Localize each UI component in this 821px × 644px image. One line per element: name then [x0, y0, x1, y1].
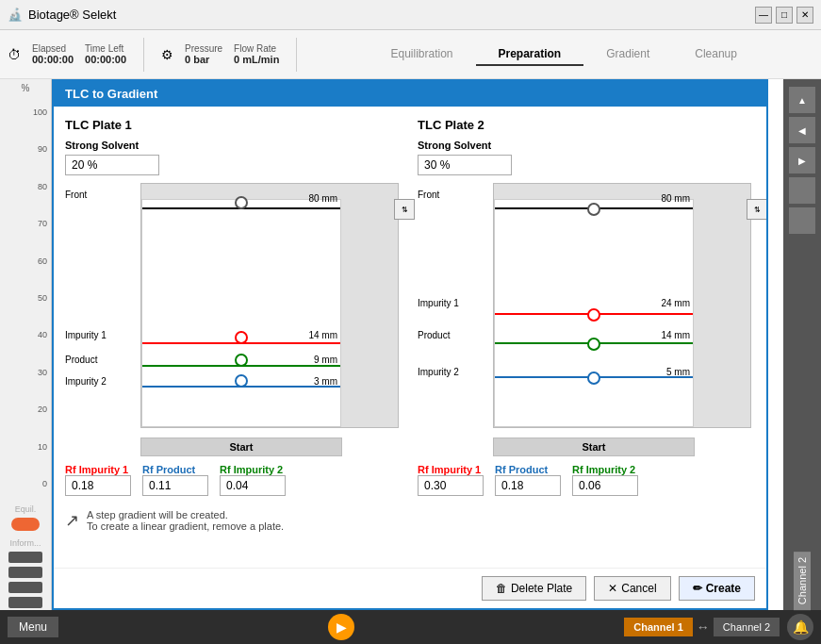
- create-icon: ✏: [693, 582, 702, 595]
- plate1-rf-row: Rf Impurity 1 Rf Product Rf Impurity 2: [65, 464, 402, 496]
- divider-1: [143, 38, 144, 72]
- tlc-gradient-dialog: TLC to Gradient TLC Plate 1 Strong Solve…: [52, 79, 768, 610]
- equil-label: Equil.: [13, 503, 39, 516]
- tab-equilibration[interactable]: Equilibration: [368, 43, 475, 66]
- plate1-imp2-mm: 3 mm: [314, 376, 337, 387]
- plate1-impurity1-line: [142, 342, 340, 344]
- flow-rate-group: Flow Rate 0 mL/min: [234, 43, 279, 65]
- plate2-front-mm: 80 mm: [661, 193, 690, 204]
- plate2-rf-prod-label: Rf Product: [495, 464, 561, 475]
- plate2-prod-mm: 14 mm: [661, 330, 690, 340]
- plate1-visual: ⇅ ⇅ ⇅ ⇅ 80 mm 14 mm 9 mm 3 mm: [65, 183, 402, 456]
- flow-rate-label: Flow Rate: [234, 43, 279, 54]
- equil-toggle[interactable]: [11, 518, 40, 531]
- play-button[interactable]: ▶: [328, 614, 354, 640]
- plate1-imp2-label: Impurity 2: [65, 376, 107, 387]
- tab-cleanup[interactable]: Cleanup: [672, 43, 760, 66]
- channel2-button[interactable]: Channel 2: [714, 618, 780, 636]
- plate2-product-line: [495, 342, 693, 344]
- plate1-rf-imp2-input[interactable]: [220, 475, 286, 496]
- title-bar: 🔬 Biotage® Selekt — □ ✕: [0, 0, 821, 30]
- plate2-imp2-mm: 5 mm: [666, 367, 690, 377]
- footer-note-line2: To create a linear gradient, remove a pl…: [87, 520, 284, 532]
- plate1-panel: TLC Plate 1 Strong Solvent: [65, 118, 402, 502]
- plate2-visual: ⇅ ⇅ ⇅ ⇅ 80 mm 24 mm 14 mm 5 mm: [418, 183, 755, 456]
- minimize-button[interactable]: —: [755, 7, 772, 24]
- right-sidebar-btn-2[interactable]: ◀: [789, 117, 815, 143]
- plate1-rf-prod-input[interactable]: [142, 475, 208, 496]
- sidebar-scale: 100 90 80 70 60 50 40 30 20 10 0: [0, 93, 51, 503]
- plate1-solvent-input[interactable]: [65, 155, 159, 175]
- right-sidebar-btn-5[interactable]: [789, 207, 815, 234]
- plate2-rf-prod-input[interactable]: [495, 475, 561, 496]
- plate1-bg: ⇅ ⇅ ⇅ ⇅ 80 mm 14 mm 9 mm 3 mm: [140, 183, 399, 428]
- plate2-rf-prod-group: Rf Product: [495, 464, 561, 496]
- delete-plate-button[interactable]: 🗑 Delete Plate: [482, 576, 586, 601]
- plate2-solvent-label: Strong Solvent: [418, 140, 755, 151]
- tab-gradient[interactable]: Gradient: [583, 43, 672, 66]
- app-title: Biotage® Selekt: [28, 8, 116, 22]
- dialog-body: TLC Plate 1 Strong Solvent: [54, 107, 766, 568]
- elapsed-label: Elapsed: [32, 43, 74, 54]
- main-area: % 100 90 80 70 60 50 40 30 20 10 0 Equil…: [0, 79, 821, 610]
- plate2-solvent-input[interactable]: [418, 155, 512, 175]
- bottom-bar: Menu ▶ Channel 1 ↔ Channel 2 🔔: [0, 610, 821, 644]
- plate2-imp2-label: Impurity 2: [418, 367, 459, 377]
- dialog-title: TLC to Gradient: [54, 81, 766, 107]
- plate1-product-circle: [235, 354, 248, 367]
- cancel-button[interactable]: ✕ Cancel: [594, 576, 670, 601]
- right-sidebar-btn-4[interactable]: [789, 177, 815, 204]
- maximize-button[interactable]: □: [776, 7, 793, 24]
- plate2-front-line: [495, 207, 693, 209]
- plate2-start-label: Start: [493, 438, 695, 456]
- right-sidebar-btn-1[interactable]: ▲: [789, 87, 815, 113]
- right-sidebar: ▲ ◀ ▶ Channel 2: [783, 79, 821, 610]
- cancel-icon: ✕: [608, 582, 617, 595]
- plate2-panel: TLC Plate 2 Strong Solvent: [418, 118, 755, 502]
- plate2-rf-imp1-label: Rf Impurity 1: [418, 464, 484, 475]
- menu-button[interactable]: Menu: [8, 617, 58, 637]
- plate2-impurity2-spinner[interactable]: ⇅: [747, 199, 766, 220]
- plate2-rf-imp2-input[interactable]: [572, 475, 638, 496]
- bell-button[interactable]: 🔔: [787, 614, 813, 640]
- gauge-icon: ⚙: [161, 47, 173, 62]
- plate1-rf-imp1-label: Rf Impurity 1: [65, 464, 131, 475]
- app-icon: 🔬: [8, 8, 23, 22]
- plate2-impurity1-circle: [587, 308, 600, 322]
- tab-preparation[interactable]: Preparation: [476, 43, 584, 66]
- create-button[interactable]: ✏ Create: [679, 576, 755, 601]
- plate1-prod-label: Product: [65, 355, 97, 365]
- plate1-rf-prod-label: Rf Product: [142, 464, 208, 475]
- pressure-value: 0 bar: [185, 54, 222, 65]
- plate2-title: TLC Plate 2: [418, 118, 755, 132]
- plate1-impurity2-circle: [235, 374, 248, 388]
- plate2-imp1-mm: 24 mm: [661, 298, 690, 308]
- channel1-button[interactable]: Channel 1: [624, 618, 693, 636]
- app-title-area: 🔬 Biotage® Selekt: [8, 8, 116, 22]
- footer-note: ↗ A step gradient will be created. To cr…: [65, 502, 755, 532]
- plate1-start-label: Start: [140, 438, 342, 456]
- user-field: [8, 552, 42, 563]
- close-button[interactable]: ✕: [796, 7, 813, 24]
- plate2-rf-imp2-label: Rf Impurity 2: [572, 464, 638, 475]
- plate2-labels: Front Impurity 1 Product Impurity 2: [418, 183, 493, 428]
- plate2-inner: [494, 199, 694, 427]
- channel-arrows: ↔: [697, 619, 710, 635]
- plate2-rf-imp1-input[interactable]: [418, 475, 484, 496]
- plate2-impurity1-line: [495, 313, 693, 315]
- plate2-product-circle: [587, 338, 600, 351]
- flow-rate-value: 0 mL/min: [234, 54, 279, 65]
- plate2-rf-imp1-group: Rf Impurity 1: [418, 464, 484, 496]
- plate1-inner: [141, 199, 341, 427]
- plate2-front-circle: [587, 203, 600, 216]
- plate1-front-label: Front: [65, 190, 87, 200]
- plate2-bg: ⇅ ⇅ ⇅ ⇅ 80 mm 24 mm 14 mm 5 mm: [493, 183, 751, 428]
- plate1-front-mm: 80 mm: [308, 193, 337, 204]
- right-sidebar-btn-3[interactable]: ▶: [789, 147, 815, 173]
- left-sidebar: % 100 90 80 70 60 50 40 30 20 10 0 Equil…: [0, 79, 52, 610]
- plate1-impurity2-spinner[interactable]: ⇅: [394, 199, 415, 220]
- channel2-label: Channel 2: [794, 552, 811, 610]
- chem-field: [8, 567, 42, 578]
- plate1-rf-imp1-input[interactable]: [65, 475, 131, 496]
- dialog-footer: 🗑 Delete Plate ✕ Cancel ✏ Create: [54, 568, 766, 608]
